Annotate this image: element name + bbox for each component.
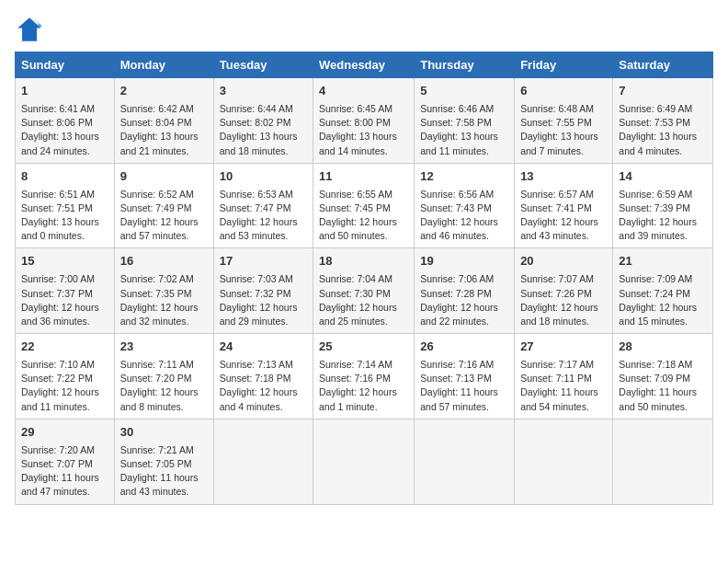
day-detail: and 1 minute.	[319, 400, 408, 414]
calendar-cell-4-0: 29Sunrise: 7:20 AMSunset: 7:07 PMDayligh…	[16, 419, 115, 504]
day-detail: Sunset: 7:28 PM	[420, 287, 508, 301]
calendar-cell-3-4: 26Sunrise: 7:16 AMSunset: 7:13 PMDayligh…	[415, 334, 515, 419]
day-detail: and 54 minutes.	[520, 400, 607, 414]
calendar-cell-3-1: 23Sunrise: 7:11 AMSunset: 7:20 PMDayligh…	[114, 334, 213, 419]
calendar-cell-0-4: 5Sunrise: 6:46 AMSunset: 7:58 PMDaylight…	[415, 78, 515, 164]
day-detail: Sunrise: 6:44 AM	[220, 102, 307, 116]
day-detail: Daylight: 12 hours	[220, 301, 307, 315]
day-detail: Daylight: 13 hours	[21, 130, 108, 144]
day-detail: and 15 minutes.	[619, 315, 707, 328]
day-detail: Sunrise: 7:20 AM	[21, 443, 108, 457]
day-detail: Daylight: 13 hours	[420, 130, 508, 144]
day-detail: and 47 minutes.	[21, 485, 108, 499]
day-detail: Sunrise: 7:02 AM	[120, 272, 208, 286]
calendar-cell-1-6: 14Sunrise: 6:59 AMSunset: 7:39 PMDayligh…	[613, 163, 713, 248]
calendar-table: SundayMondayTuesdayWednesdayThursdayFrid…	[15, 52, 713, 505]
day-detail: Sunset: 7:24 PM	[619, 287, 707, 301]
day-number: 17	[220, 253, 307, 270]
day-detail: Daylight: 12 hours	[319, 301, 408, 315]
calendar-header-row: SundayMondayTuesdayWednesdayThursdayFrid…	[16, 52, 713, 78]
day-detail: Sunrise: 6:56 AM	[420, 188, 508, 201]
day-number: 29	[21, 424, 108, 442]
calendar-cell-0-5: 6Sunrise: 6:48 AMSunset: 7:55 PMDaylight…	[515, 78, 613, 164]
calendar-cell-2-4: 19Sunrise: 7:06 AMSunset: 7:28 PMDayligh…	[415, 248, 515, 334]
day-detail: and 11 minutes.	[21, 400, 108, 414]
header-cell-thursday: Thursday	[415, 52, 515, 78]
day-number: 19	[420, 253, 508, 270]
header-cell-wednesday: Wednesday	[313, 52, 415, 78]
calendar-cell-2-1: 16Sunrise: 7:02 AMSunset: 7:35 PMDayligh…	[114, 248, 213, 334]
day-number: 27	[520, 339, 607, 356]
day-detail: and 4 minutes.	[220, 400, 307, 414]
calendar-cell-0-6: 7Sunrise: 6:49 AMSunset: 7:53 PMDaylight…	[613, 78, 713, 164]
day-detail: Sunrise: 6:48 AM	[520, 102, 607, 116]
header	[15, 15, 713, 44]
day-number: 13	[520, 168, 607, 186]
day-number: 28	[619, 339, 707, 356]
day-number: 25	[319, 339, 408, 356]
day-detail: Sunrise: 6:42 AM	[120, 102, 208, 116]
day-detail: Daylight: 12 hours	[220, 215, 307, 229]
day-detail: Daylight: 11 hours	[520, 385, 607, 399]
day-detail: Daylight: 12 hours	[420, 215, 508, 229]
day-number: 24	[220, 339, 307, 356]
day-detail: and 29 minutes.	[220, 315, 307, 328]
calendar-cell-3-3: 25Sunrise: 7:14 AMSunset: 7:16 PMDayligh…	[313, 334, 415, 419]
day-detail: Sunrise: 7:00 AM	[21, 272, 108, 286]
day-detail: Sunset: 7:11 PM	[520, 372, 607, 385]
day-detail: Daylight: 11 hours	[420, 385, 508, 399]
day-number: 7	[619, 83, 707, 100]
day-detail: Sunrise: 6:45 AM	[319, 102, 408, 116]
day-detail: Daylight: 13 hours	[319, 130, 408, 144]
day-detail: Daylight: 12 hours	[319, 215, 408, 229]
day-detail: Sunrise: 7:14 AM	[319, 358, 408, 372]
day-number: 21	[619, 253, 707, 270]
day-detail: and 22 minutes.	[420, 315, 508, 328]
day-detail: Sunrise: 6:59 AM	[619, 188, 707, 201]
calendar-cell-3-0: 22Sunrise: 7:10 AMSunset: 7:22 PMDayligh…	[16, 334, 115, 419]
logo	[15, 15, 48, 44]
day-detail: and 11 minutes.	[420, 144, 508, 158]
day-detail: and 57 minutes.	[420, 400, 508, 414]
calendar-cell-2-6: 21Sunrise: 7:09 AMSunset: 7:24 PMDayligh…	[613, 248, 713, 334]
day-detail: Daylight: 12 hours	[220, 385, 307, 399]
day-detail: Daylight: 13 hours	[21, 215, 108, 229]
svg-marker-0	[17, 17, 41, 41]
header-cell-saturday: Saturday	[613, 52, 713, 78]
calendar-cell-0-3: 4Sunrise: 6:45 AMSunset: 8:00 PMDaylight…	[313, 78, 415, 164]
day-number: 23	[120, 339, 208, 356]
calendar-cell-1-2: 10Sunrise: 6:53 AMSunset: 7:47 PMDayligh…	[213, 163, 313, 248]
day-detail: Daylight: 12 hours	[619, 301, 707, 315]
day-detail: Sunset: 7:05 PM	[120, 457, 208, 471]
day-detail: and 43 minutes.	[120, 485, 208, 499]
week-row-3: 22Sunrise: 7:10 AMSunset: 7:22 PMDayligh…	[16, 334, 713, 419]
calendar-cell-1-1: 9Sunrise: 6:52 AMSunset: 7:49 PMDaylight…	[114, 163, 213, 248]
day-number: 22	[21, 339, 108, 356]
day-detail: Sunset: 7:51 PM	[21, 201, 108, 215]
day-detail: Sunrise: 6:46 AM	[420, 102, 508, 116]
calendar-cell-3-6: 28Sunrise: 7:18 AMSunset: 7:09 PMDayligh…	[613, 334, 713, 419]
day-detail: and 18 minutes.	[220, 144, 307, 158]
day-number: 12	[420, 168, 508, 186]
day-detail: Sunset: 7:26 PM	[520, 287, 607, 301]
calendar-cell-4-4	[415, 419, 515, 504]
logo-icon	[15, 15, 44, 44]
day-detail: Daylight: 11 hours	[619, 385, 707, 399]
day-detail: Sunrise: 7:11 AM	[120, 358, 208, 372]
day-detail: Daylight: 11 hours	[120, 471, 208, 485]
day-number: 11	[319, 168, 408, 186]
day-detail: Sunset: 7:13 PM	[420, 372, 508, 385]
day-detail: Daylight: 12 hours	[120, 301, 208, 315]
day-detail: Sunset: 8:04 PM	[120, 116, 208, 130]
calendar-cell-4-5	[515, 419, 613, 504]
day-detail: Sunset: 7:55 PM	[520, 116, 607, 130]
calendar-cell-3-2: 24Sunrise: 7:13 AMSunset: 7:18 PMDayligh…	[213, 334, 313, 419]
day-detail: Sunset: 7:47 PM	[220, 201, 307, 215]
day-detail: Daylight: 12 hours	[120, 385, 208, 399]
day-detail: Sunrise: 7:09 AM	[619, 272, 707, 286]
day-number: 1	[21, 83, 108, 100]
day-detail: and 53 minutes.	[220, 229, 307, 243]
day-detail: Daylight: 12 hours	[420, 301, 508, 315]
day-detail: and 25 minutes.	[319, 315, 408, 328]
day-detail: Sunset: 7:43 PM	[420, 201, 508, 215]
